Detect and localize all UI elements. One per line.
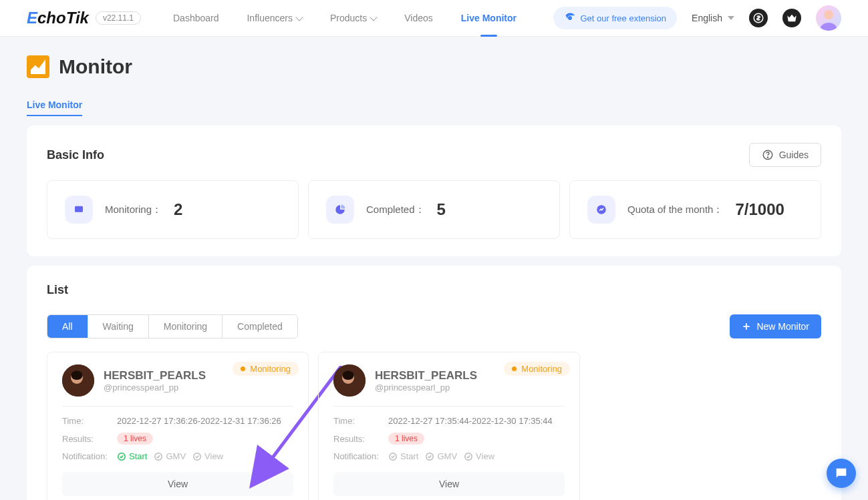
user-avatar-small[interactable]: [62, 364, 94, 397]
user-handle: @princesspearl_pp: [104, 383, 206, 393]
page-title: Monitor: [59, 55, 132, 78]
list-title: List: [47, 283, 821, 297]
filter-monitoring[interactable]: Monitoring: [149, 315, 223, 338]
view-button[interactable]: View: [62, 472, 293, 496]
guides-button[interactable]: Guides: [749, 143, 821, 167]
version-pill: v22.11.1: [96, 11, 141, 25]
time-label: Time:: [333, 416, 382, 426]
filter-waiting[interactable]: Waiting: [88, 315, 149, 338]
stat-quota-value: 7/1000: [735, 200, 784, 219]
stat-completed-value: 5: [437, 200, 446, 219]
list-head: All Waiting Monitoring Completed New Mon…: [47, 314, 821, 338]
monitor-page-icon: [27, 55, 49, 78]
get-extension-button[interactable]: Get our free extension: [553, 7, 677, 29]
filter-monitoring-label: Monitoring: [164, 321, 207, 332]
notif-gmv-label: GMV: [166, 451, 186, 461]
nav-live-monitor-label: Live Monitor: [461, 0, 517, 37]
crown-button[interactable]: [782, 9, 801, 27]
stat-monitoring-label: Monitoring：: [105, 204, 162, 216]
notif-gmv: GMV: [154, 451, 186, 461]
svg-point-0: [568, 16, 572, 20]
filter-completed-label: Completed: [237, 321, 283, 332]
user-name[interactable]: HERSBIT_PEARLS: [104, 369, 206, 383]
new-monitor-button[interactable]: New Monitor: [730, 314, 821, 338]
chat-fab[interactable]: [827, 459, 856, 488]
logo-rest: choTik: [37, 9, 89, 27]
check-circle-icon: [117, 452, 126, 461]
notif-gmv: GMV: [425, 451, 457, 461]
notif-start: Start: [388, 451, 418, 461]
guides-label: Guides: [779, 150, 809, 160]
filter-all[interactable]: All: [47, 315, 88, 338]
avatar-image: [816, 5, 841, 31]
nav-dashboard-label: Dashboard: [173, 0, 219, 37]
subtab-row: Live Monitor: [27, 94, 841, 116]
status-pill: Monitoring: [504, 362, 570, 376]
nav-videos-label: Videos: [404, 0, 433, 37]
time-row: Time: 2022-12-27 17:36:26-2022-12-31 17:…: [62, 416, 293, 426]
time-value: 2022-12-27 17:35:44-2022-12-30 17:35:44: [388, 416, 553, 426]
notification-label: Notification:: [333, 451, 382, 461]
svg-point-2: [824, 10, 833, 19]
status-dot-icon: [512, 366, 517, 371]
chevron-down-icon: [295, 13, 303, 21]
basic-info-card: Basic Info Guides Monitoring： 2 Complete…: [27, 126, 841, 256]
basic-info-title: Basic Info: [47, 148, 104, 162]
chrome-icon: [564, 12, 576, 24]
nav-videos[interactable]: Videos: [404, 0, 433, 37]
quota-icon: [587, 196, 615, 224]
nav-products[interactable]: Products: [330, 0, 376, 37]
filter-completed[interactable]: Completed: [223, 315, 297, 338]
chat-icon: [834, 466, 849, 481]
user-avatar-small[interactable]: [333, 364, 366, 397]
results-pill: 1 lives: [117, 433, 153, 445]
notif-view-label: View: [204, 451, 223, 461]
language-selector[interactable]: English: [692, 13, 734, 23]
check-circle-icon: [192, 452, 202, 461]
results-row: Results: 1 lives: [62, 433, 293, 445]
status-pill: Monitoring: [233, 362, 299, 376]
subtab-live-monitor[interactable]: Live Monitor: [27, 94, 82, 115]
monitor-grid: Monitoring HERSBIT_PEARLS @princesspearl…: [47, 352, 821, 500]
filter-segment: All Waiting Monitoring Completed: [47, 314, 298, 338]
nav-influencers[interactable]: Influencers: [247, 0, 301, 37]
svg-point-4: [767, 157, 768, 158]
filter-waiting-label: Waiting: [103, 321, 134, 332]
get-extension-label: Get our free extension: [580, 13, 666, 23]
currency-button[interactable]: [749, 9, 768, 27]
dollar-icon: [752, 12, 764, 24]
monitor-card: Monitoring HERSBIT_PEARLS @princesspearl…: [318, 352, 580, 500]
view-button[interactable]: View: [333, 472, 565, 496]
status-dot-icon: [241, 366, 245, 371]
basic-info-head: Basic Info Guides: [47, 143, 821, 167]
check-circle-icon: [388, 452, 398, 461]
notification-row: Notification: Start GMV View: [62, 451, 293, 461]
logo-letter-e: E: [27, 9, 37, 27]
results-row: Results: 1 lives: [333, 433, 565, 445]
logo[interactable]: EchoTik: [27, 9, 89, 27]
nav-right: Get our free extension English: [553, 5, 841, 31]
status-label: Monitoring: [250, 364, 291, 374]
subtab-live-monitor-label: Live Monitor: [27, 99, 82, 110]
nav-live-monitor[interactable]: Live Monitor: [461, 0, 517, 37]
results-pill: 1 lives: [388, 433, 424, 445]
page-body: Monitor Live Monitor Basic Info Guides M…: [0, 37, 868, 500]
check-circle-icon: [154, 452, 163, 461]
user-avatar[interactable]: [816, 5, 841, 31]
view-button-label: View: [439, 479, 459, 489]
notif-start: Start: [117, 451, 147, 461]
crown-icon: [786, 12, 798, 24]
top-nav: EchoTik v22.11.1 Dashboard Influencers P…: [0, 0, 868, 37]
notif-view-label: View: [476, 451, 494, 461]
nav-dashboard[interactable]: Dashboard: [173, 0, 219, 37]
monitoring-icon: [65, 196, 93, 224]
chevron-down-icon: [370, 13, 378, 21]
notif-view: View: [464, 451, 494, 461]
notification-row: Notification: Start GMV View: [333, 451, 565, 461]
language-label: English: [692, 13, 722, 23]
stat-completed: Completed： 5: [308, 180, 560, 239]
stat-quota-label: Quota of the month：: [627, 204, 723, 216]
nav-products-label: Products: [330, 0, 367, 37]
user-name[interactable]: HERSBIT_PEARLS: [375, 369, 477, 383]
notif-start-label: Start: [400, 451, 418, 461]
